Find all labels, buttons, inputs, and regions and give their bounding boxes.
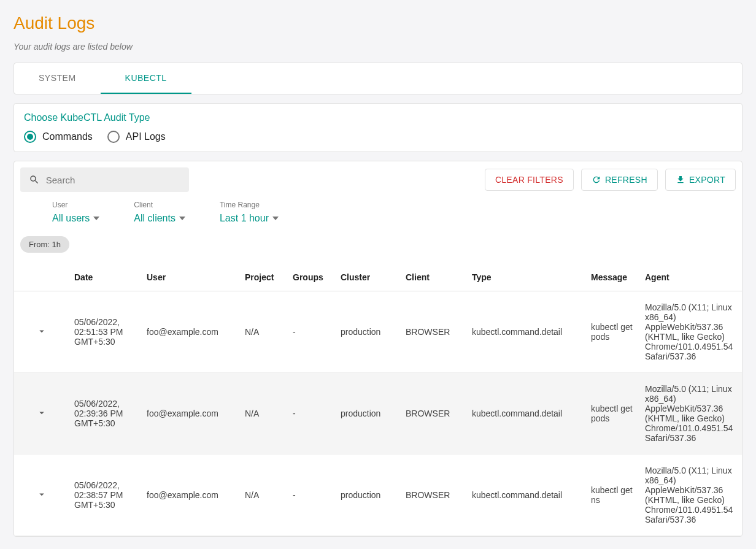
- cell-client: BROWSER: [401, 291, 467, 373]
- col-type: Type: [467, 264, 586, 291]
- expand-icon[interactable]: [36, 492, 47, 502]
- col-user: User: [142, 264, 240, 291]
- col-project: Project: [240, 264, 288, 291]
- cell-date: 05/06/2022, 02:39:36 PM GMT+5:30: [69, 373, 142, 455]
- table-row: 05/06/2022, 02:51:53 PM GMT+5:30foo@exam…: [14, 291, 742, 373]
- col-cluster: Cluster: [336, 264, 401, 291]
- cell-project: N/A: [240, 291, 288, 373]
- cell-project: N/A: [240, 455, 288, 536]
- cell-user: foo@example.com: [142, 373, 240, 455]
- search-icon: [29, 174, 40, 186]
- clear-filters-label: CLEAR FILTERS: [495, 175, 563, 185]
- cell-message: kubectl get ns: [586, 455, 640, 536]
- chevron-down-icon: [93, 217, 99, 220]
- page-title: Audit Logs: [14, 13, 742, 33]
- expand-icon[interactable]: [36, 329, 47, 339]
- cell-cluster: production: [336, 373, 401, 455]
- filter-timerange-value: Last 1 hour: [220, 213, 269, 224]
- radio-icon: [24, 131, 36, 143]
- refresh-button[interactable]: REFRESH: [581, 169, 658, 191]
- audit-type-title: Choose KubeCTL Audit Type: [24, 112, 732, 123]
- cell-date: 05/06/2022, 02:38:57 PM GMT+5:30: [69, 455, 142, 536]
- table-row: 05/06/2022, 02:39:36 PM GMT+5:30foo@exam…: [14, 373, 742, 455]
- filter-user-value: All users: [52, 213, 90, 224]
- radio-api-logs[interactable]: API Logs: [107, 131, 166, 143]
- download-icon: [676, 175, 685, 185]
- cell-agent: Mozilla/5.0 (X11; Linux x86_64) AppleWeb…: [640, 291, 742, 373]
- cell-agent: Mozilla/5.0 (X11; Linux x86_64) AppleWeb…: [640, 373, 742, 455]
- export-label: EXPORT: [689, 175, 725, 185]
- cell-date: 05/06/2022, 02:51:53 PM GMT+5:30: [69, 291, 142, 373]
- cell-groups: -: [288, 373, 336, 455]
- col-agent: Agent: [640, 264, 742, 291]
- col-client: Client: [401, 264, 467, 291]
- cell-user: foo@example.com: [142, 455, 240, 536]
- tabs-bar: SYSTEM KUBECTL: [14, 63, 742, 94]
- export-button[interactable]: EXPORT: [665, 169, 736, 191]
- cell-user: foo@example.com: [142, 291, 240, 373]
- col-groups: Groups: [288, 264, 336, 291]
- logs-table: Date User Project Groups Cluster Client …: [14, 264, 742, 536]
- audit-type-panel: Choose KubeCTL Audit Type Commands API L…: [14, 103, 742, 152]
- filter-client-select[interactable]: All clients: [134, 213, 185, 224]
- cell-type: kubectl.command.detail: [467, 455, 586, 536]
- search-box[interactable]: [20, 167, 189, 192]
- search-input[interactable]: [46, 175, 180, 185]
- filter-client-value: All clients: [134, 213, 176, 224]
- cell-message: kubectl get pods: [586, 373, 640, 455]
- cell-groups: -: [288, 455, 336, 536]
- radio-commands-label: Commands: [42, 131, 93, 142]
- filter-client-label: Client: [134, 201, 185, 209]
- table-row: 05/06/2022, 02:38:57 PM GMT+5:30foo@exam…: [14, 455, 742, 536]
- cell-groups: -: [288, 291, 336, 373]
- page-subtitle: Your audit logs are listed below: [14, 42, 742, 52]
- logs-panel: CLEAR FILTERS REFRESH EXPORT User All us…: [14, 161, 742, 537]
- refresh-icon: [592, 175, 601, 185]
- expand-icon[interactable]: [36, 410, 47, 420]
- cell-agent: Mozilla/5.0 (X11; Linux x86_64) AppleWeb…: [640, 455, 742, 536]
- cell-client: BROWSER: [401, 455, 467, 536]
- filter-timerange-label: Time Range: [220, 201, 279, 209]
- filter-user-label: User: [52, 201, 99, 209]
- filter-timerange-select[interactable]: Last 1 hour: [220, 213, 279, 224]
- cell-client: BROWSER: [401, 373, 467, 455]
- cell-type: kubectl.command.detail: [467, 291, 586, 373]
- cell-type: kubectl.command.detail: [467, 373, 586, 455]
- refresh-label: REFRESH: [605, 175, 647, 185]
- filter-user-select[interactable]: All users: [52, 213, 99, 224]
- chevron-down-icon: [272, 217, 279, 220]
- cell-cluster: production: [336, 455, 401, 536]
- tab-system[interactable]: SYSTEM: [14, 63, 101, 94]
- time-chip[interactable]: From: 1h: [20, 236, 69, 253]
- col-date: Date: [69, 264, 142, 291]
- chevron-down-icon: [179, 217, 185, 220]
- radio-icon: [107, 131, 120, 143]
- col-message: Message: [586, 264, 640, 291]
- radio-commands[interactable]: Commands: [24, 131, 93, 143]
- cell-message: kubectl get pods: [586, 291, 640, 373]
- tab-kubectl[interactable]: KUBECTL: [101, 63, 191, 94]
- cell-cluster: production: [336, 291, 401, 373]
- cell-project: N/A: [240, 373, 288, 455]
- radio-api-logs-label: API Logs: [126, 131, 166, 142]
- clear-filters-button[interactable]: CLEAR FILTERS: [485, 169, 574, 191]
